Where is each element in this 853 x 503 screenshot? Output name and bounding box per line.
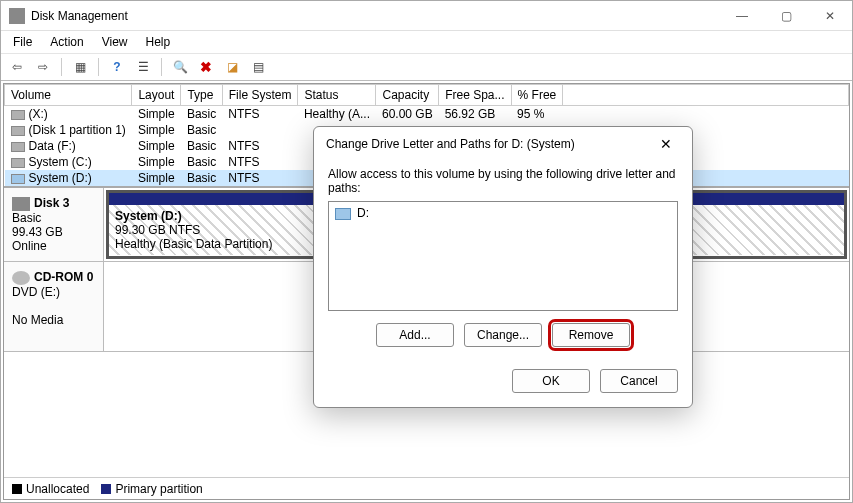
close-button[interactable]: ✕ — [808, 1, 852, 31]
table-row[interactable]: (X:)SimpleBasicNTFSHealthy (A...60.00 GB… — [5, 106, 849, 123]
cdrom-name: CD-ROM 0 — [34, 270, 93, 284]
partition-size: 99.30 GB NTFS — [115, 223, 200, 237]
cell-fs: NTFS — [222, 154, 298, 170]
disk3-label-panel: Disk 3 Basic 99.43 GB Online — [4, 188, 104, 261]
cdrom-status: No Media — [12, 313, 63, 327]
partition-name: System (D:) — [115, 209, 182, 223]
col-pctfree[interactable]: % Free — [511, 85, 563, 106]
cell-fs — [222, 122, 298, 138]
forward-icon[interactable]: ⇨ — [33, 57, 53, 77]
dialog-titlebar: Change Drive Letter and Paths for D: (Sy… — [314, 127, 692, 161]
cell-pct: 95 % — [511, 106, 563, 123]
legend-primary-label: Primary partition — [115, 482, 202, 496]
volume-icon — [11, 110, 25, 120]
volume-icon — [11, 126, 25, 136]
window-title: Disk Management — [31, 9, 720, 23]
disk3-status: Online — [12, 239, 47, 253]
refresh-icon[interactable]: 🔍 — [170, 57, 190, 77]
disk-management-window: Disk Management — ▢ ✕ File Action View H… — [0, 0, 853, 503]
col-volume[interactable]: Volume — [5, 85, 132, 106]
cancel-button[interactable]: Cancel — [600, 369, 678, 393]
cell-volume: System (D:) — [5, 170, 132, 186]
toolbar-separator — [98, 58, 99, 76]
disk3-name: Disk 3 — [34, 196, 69, 210]
col-filesystem[interactable]: File System — [222, 85, 298, 106]
legend-swatch-black — [12, 484, 22, 494]
titlebar: Disk Management — ▢ ✕ — [1, 1, 852, 31]
change-button[interactable]: Change... — [464, 323, 542, 347]
drive-entry-label: D: — [357, 206, 369, 220]
cell-layout: Simple — [132, 138, 181, 154]
show-hide-icon[interactable]: ▦ — [70, 57, 90, 77]
cell-type: Basic — [181, 106, 222, 123]
dialog-close-button[interactable]: ✕ — [652, 132, 680, 156]
minimize-button[interactable]: — — [720, 1, 764, 31]
cell-fs: NTFS — [222, 106, 298, 123]
menu-file[interactable]: File — [5, 33, 40, 51]
cdrom-label-panel: CD-ROM 0 DVD (E:) No Media — [4, 262, 104, 351]
volume-icon — [11, 158, 25, 168]
cell-status: Healthy (A... — [298, 106, 376, 123]
cell-type: Basic — [181, 138, 222, 154]
dialog-instruction: Allow access to this volume by using the… — [328, 167, 678, 195]
dialog-action-buttons: Add... Change... Remove — [328, 323, 678, 347]
dialog-confirm-buttons: OK Cancel — [328, 369, 678, 393]
legend: Unallocated Primary partition — [4, 477, 849, 499]
toolbar-separator — [161, 58, 162, 76]
back-icon[interactable]: ⇦ — [7, 57, 27, 77]
cell-fs: NTFS — [222, 170, 298, 186]
ok-button[interactable]: OK — [512, 369, 590, 393]
legend-unallocated-label: Unallocated — [26, 482, 89, 496]
cdrom-icon — [12, 271, 30, 285]
menu-view[interactable]: View — [94, 33, 136, 51]
col-layout[interactable]: Layout — [132, 85, 181, 106]
cdrom-sub: DVD (E:) — [12, 285, 60, 299]
toolbar-separator — [61, 58, 62, 76]
action-icon[interactable]: ◪ — [222, 57, 242, 77]
maximize-button[interactable]: ▢ — [764, 1, 808, 31]
legend-primary: Primary partition — [101, 482, 202, 496]
list-icon[interactable]: ▤ — [248, 57, 268, 77]
cell-capacity: 60.00 GB — [376, 106, 439, 123]
volume-icon — [11, 142, 25, 152]
toolbar: ⇦ ⇨ ▦ ? ☰ 🔍 ✖ ◪ ▤ — [1, 53, 852, 81]
change-drive-letter-dialog: Change Drive Letter and Paths for D: (Sy… — [313, 126, 693, 408]
cell-volume: System (C:) — [5, 154, 132, 170]
cell-layout: Simple — [132, 106, 181, 123]
dialog-title: Change Drive Letter and Paths for D: (Sy… — [326, 137, 652, 151]
drive-entry[interactable]: D: — [335, 206, 671, 220]
cell-fs: NTFS — [222, 138, 298, 154]
volume-icon — [11, 174, 25, 184]
legend-unallocated: Unallocated — [12, 482, 89, 496]
help-icon[interactable]: ? — [107, 57, 127, 77]
disk-icon — [12, 197, 30, 211]
col-type[interactable]: Type — [181, 85, 222, 106]
col-capacity[interactable]: Capacity — [376, 85, 439, 106]
disk3-size: 99.43 GB — [12, 225, 63, 239]
col-free[interactable]: Free Spa... — [439, 85, 511, 106]
disk3-type: Basic — [12, 211, 41, 225]
cell-type: Basic — [181, 122, 222, 138]
col-status[interactable]: Status — [298, 85, 376, 106]
menubar: File Action View Help — [1, 31, 852, 53]
partition-status: Healthy (Basic Data Partition) — [115, 237, 272, 251]
menu-action[interactable]: Action — [42, 33, 91, 51]
legend-swatch-blue — [101, 484, 111, 494]
cell-type: Basic — [181, 154, 222, 170]
table-header-row: Volume Layout Type File System Status Ca… — [5, 85, 849, 106]
window-controls: — ▢ ✕ — [720, 1, 852, 31]
drive-paths-listbox[interactable]: D: — [328, 201, 678, 311]
cell-volume: (Disk 1 partition 1) — [5, 122, 132, 138]
menu-help[interactable]: Help — [138, 33, 179, 51]
delete-icon[interactable]: ✖ — [196, 57, 216, 77]
properties-icon[interactable]: ☰ — [133, 57, 153, 77]
cell-free: 56.92 GB — [439, 106, 511, 123]
cell-type: Basic — [181, 170, 222, 186]
remove-button[interactable]: Remove — [552, 323, 630, 347]
cell-layout: Simple — [132, 170, 181, 186]
dialog-body: Allow access to this volume by using the… — [314, 161, 692, 407]
add-button[interactable]: Add... — [376, 323, 454, 347]
cell-volume: Data (F:) — [5, 138, 132, 154]
cell-volume: (X:) — [5, 106, 132, 123]
col-spacer — [563, 85, 849, 106]
